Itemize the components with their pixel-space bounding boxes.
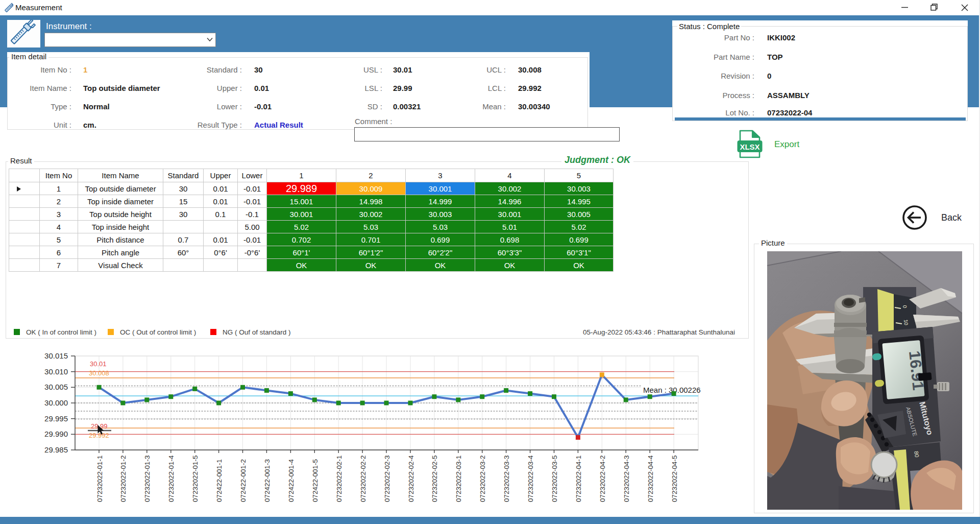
svg-text:07232022-01-2: 07232022-01-2: [119, 455, 127, 502]
svg-text:30.010: 30.010: [44, 367, 68, 376]
svg-text:07232022-03-2: 07232022-03-2: [479, 455, 486, 502]
svg-text:30.000: 30.000: [44, 398, 68, 407]
svg-text:07232022-02-5: 07232022-02-5: [431, 455, 438, 502]
svg-text:07232022-04-3: 07232022-04-3: [623, 455, 630, 502]
svg-text:072422-001-1: 072422-001-1: [215, 459, 223, 502]
svg-text:30.008: 30.008: [89, 369, 109, 377]
svg-text:07232022-04-2: 07232022-04-2: [599, 455, 606, 502]
svg-text:29.995: 29.995: [44, 414, 68, 423]
svg-text:07232022-03-1: 07232022-03-1: [455, 455, 462, 502]
svg-text:07232022-04-4: 07232022-04-4: [647, 455, 654, 502]
svg-text:10: 10: [903, 319, 909, 326]
svg-text:07232022-04-1: 07232022-04-1: [575, 455, 582, 502]
svg-text:072422-001-2: 072422-001-2: [239, 459, 247, 502]
svg-text:29.985: 29.985: [44, 445, 68, 454]
svg-text:07232022-02-1: 07232022-02-1: [335, 455, 343, 502]
svg-text:07232022-03-5: 07232022-03-5: [551, 455, 558, 502]
svg-text:072422-001-4: 072422-001-4: [287, 459, 295, 502]
svg-text:30.01: 30.01: [90, 360, 107, 368]
svg-text:07232022-02-2: 07232022-02-2: [359, 455, 367, 502]
svg-text:30.005: 30.005: [44, 383, 68, 391]
svg-text:07232022-03-3: 07232022-03-3: [503, 455, 510, 502]
svg-text:07232022-02-3: 07232022-02-3: [383, 455, 391, 502]
svg-text:07232022-01-5: 07232022-01-5: [191, 455, 199, 502]
svg-text:072422-001-5: 072422-001-5: [311, 459, 319, 502]
svg-text:07232022-01-4: 07232022-01-4: [167, 455, 175, 502]
svg-text:07232022-02-4: 07232022-02-4: [407, 455, 415, 502]
svg-text:30.015: 30.015: [44, 351, 68, 360]
svg-text:29.992: 29.992: [89, 432, 109, 439]
svg-text:29.990: 29.990: [44, 430, 68, 438]
svg-text:07232022-03-4: 07232022-03-4: [527, 455, 534, 502]
svg-text:07232022-01-3: 07232022-01-3: [143, 455, 151, 502]
svg-text:XLSX: XLSX: [740, 142, 760, 151]
svg-text:072422-001-3: 072422-001-3: [263, 459, 271, 502]
svg-text:80: 80: [913, 450, 920, 458]
svg-text:07232022-04-5: 07232022-04-5: [671, 455, 678, 502]
svg-text:07232022-01-1: 07232022-01-1: [96, 455, 104, 502]
